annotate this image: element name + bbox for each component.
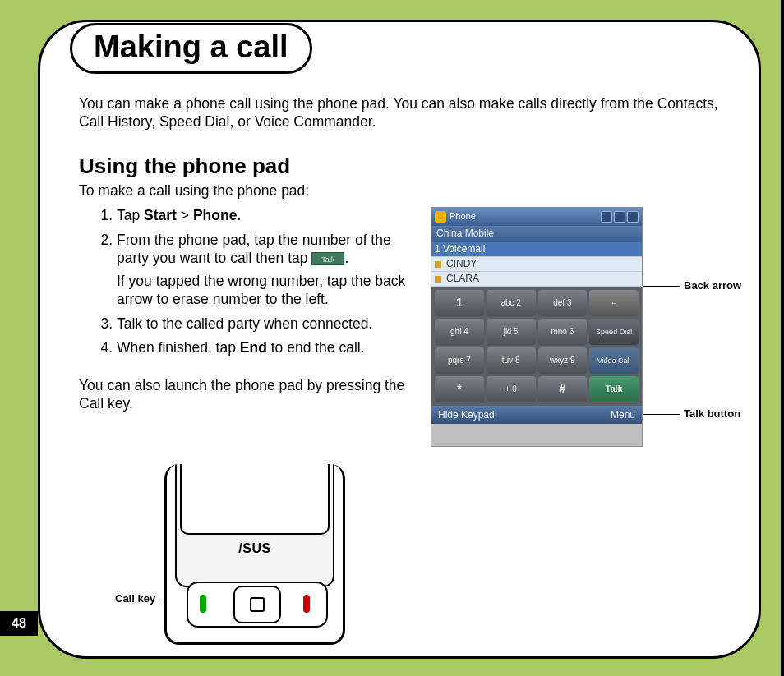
- list-item: CINDY: [431, 257, 642, 272]
- contact-dot-icon: [435, 261, 441, 268]
- callout-line-back-arrow: [643, 286, 680, 287]
- list-item-label: CINDY: [446, 258, 477, 270]
- step-2: From the phone pad, tap the number of th…: [117, 232, 416, 309]
- key-hash: #: [538, 376, 588, 402]
- callout-back-arrow: Back arrow: [684, 279, 741, 292]
- callout-call-key: Call key: [115, 592, 155, 605]
- end-key-indicator: [303, 595, 310, 613]
- screenshot-column: Phone China Mobile 1 Voicemail CINDY CLA…: [431, 207, 741, 413]
- device-logo: /SUS: [238, 541, 270, 556]
- steps-list: Tap Start > Phone. From the phone pad, t…: [117, 207, 416, 357]
- step-4-end: End: [240, 339, 267, 356]
- key-8: tuv 8: [487, 347, 536, 374]
- key-7: pqrs 7: [435, 347, 484, 374]
- step-4: When finished, tap End to end the call.: [117, 339, 416, 357]
- key-9: wxyz 9: [538, 347, 588, 374]
- step-1-text-a: Tap: [117, 207, 144, 223]
- list-item: CLARA: [431, 272, 642, 287]
- page-edge: [781, 0, 784, 676]
- section-heading: Using the phone pad: [79, 153, 741, 180]
- contact-list: 1 Voicemail CINDY CLARA: [431, 242, 642, 287]
- key-2: abc 2: [487, 290, 536, 316]
- signal-icon: [601, 211, 612, 223]
- list-item: 1 Voicemail: [431, 242, 642, 257]
- dpad-center: [250, 597, 265, 612]
- section-lead: To make a call using the phone pad:: [79, 182, 741, 200]
- step-3: Talk to the called party when connected.: [117, 315, 416, 333]
- key-4: ghi 4: [435, 319, 484, 345]
- step-2-text-a: From the phone pad, tap the number of th…: [117, 232, 391, 266]
- callout-line-talk: [643, 414, 680, 415]
- key-1: 1: [435, 290, 484, 316]
- step-4-post: to end the call.: [267, 339, 365, 356]
- intro-text: You can make a phone call using the phon…: [79, 95, 741, 131]
- key-6: mno 6: [538, 319, 588, 345]
- callout-talk-button: Talk button: [684, 407, 740, 421]
- device-illustration: Call key /SUS: [115, 464, 444, 645]
- softkey-left: Hide Keypad: [438, 409, 495, 421]
- step-4-pre: When finished, tap: [117, 339, 240, 356]
- titlebar-app-name: Phone: [450, 211, 476, 223]
- step-1-phone: Phone: [193, 207, 237, 223]
- key-speed-dial: Speed Dial: [589, 319, 639, 345]
- key-video-call: Video Call: [589, 347, 639, 374]
- softkey-right: Menu: [611, 409, 635, 421]
- windows-flag-icon: [435, 211, 446, 223]
- page-title: Making a call: [70, 23, 312, 74]
- content-area: You can make a phone call using the phon…: [79, 95, 741, 413]
- softkey-bar: Hide Keypad Menu: [431, 406, 642, 424]
- talk-button-inline-icon: Talk: [311, 252, 344, 265]
- step-2-note: If you tapped the wrong number, tap the …: [117, 273, 416, 309]
- step-2-text-b: .: [344, 250, 348, 266]
- device-screen: [180, 464, 330, 535]
- after-steps-text: You can also launch the phone pad by pre…: [79, 377, 416, 413]
- dpad: [233, 586, 281, 623]
- key-0: + 0: [487, 376, 536, 402]
- keypad: 1 abc 2 def 3 ← ghi 4 jkl 5 mno 6 Speed …: [431, 287, 642, 406]
- volume-icon: [614, 211, 625, 223]
- key-star: *: [435, 376, 484, 402]
- close-icon: [627, 211, 639, 223]
- steps-column: Tap Start > Phone. From the phone pad, t…: [79, 207, 416, 413]
- step-1-dot: .: [237, 207, 241, 223]
- list-item-label: CLARA: [446, 273, 479, 285]
- step-1: Tap Start > Phone.: [117, 207, 416, 225]
- titlebar-status-icons: [601, 211, 639, 223]
- step-1-start: Start: [144, 207, 177, 223]
- contact-dot-icon: [435, 276, 441, 283]
- key-5: jkl 5: [487, 319, 536, 345]
- key-back-arrow: ←: [589, 290, 639, 316]
- device-body: /SUS: [164, 464, 345, 645]
- page-number: 48: [0, 611, 38, 636]
- carrier-label: China Mobile: [431, 226, 642, 242]
- step-1-sep: >: [177, 207, 193, 223]
- phone-screenshot: Phone China Mobile 1 Voicemail CINDY CLA…: [431, 207, 643, 447]
- key-talk: Talk: [589, 376, 639, 402]
- key-3: def 3: [538, 290, 588, 316]
- call-key-indicator: [200, 595, 206, 613]
- screenshot-titlebar: Phone: [431, 208, 642, 226]
